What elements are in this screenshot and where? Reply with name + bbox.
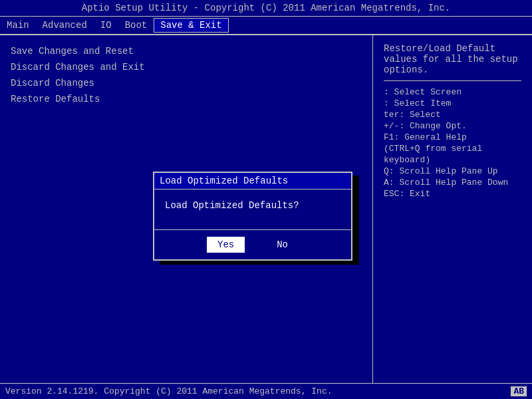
help-line-3: ter: Select xyxy=(384,109,521,120)
help-line-9: A: Scroll Help Pane Down xyxy=(384,177,521,188)
footer: Version 2.14.1219. Copyright (C) 2011 Am… xyxy=(0,383,532,399)
help-line-4: +/-: Change Opt. xyxy=(384,120,521,132)
title-bar: Aptio Setup Utility - Copyright (C) 2011… xyxy=(0,0,532,17)
title-text: Aptio Setup Utility - Copyright (C) 2011… xyxy=(82,3,451,13)
dialog-question: Load Optimized Defaults? xyxy=(165,200,340,211)
menu-discard-changes[interactable]: Discard Changes xyxy=(11,75,362,91)
dialog-buttons: Yes No xyxy=(154,229,351,259)
footer-badge: AB xyxy=(511,386,527,396)
help-line-10: ESC: Exit xyxy=(384,188,521,200)
dialog-body: Load Optimized Defaults? xyxy=(154,190,351,229)
dialog-wrapper: Load Optimized Defaults Load Optimized D… xyxy=(166,165,366,254)
help-line-5: F1: General Help xyxy=(384,132,521,143)
nav-save-exit[interactable]: Save & Exit xyxy=(154,18,228,33)
yes-button[interactable]: Yes xyxy=(207,237,245,253)
right-panel: Restore/Load Default values for all the … xyxy=(372,35,532,383)
help-line-8: Q: Scroll Help Pane Up xyxy=(384,166,521,177)
description-text: Restore/Load Default values for all the … xyxy=(384,43,521,75)
menu-restore-defaults[interactable]: Restore Defaults xyxy=(11,91,362,107)
menu-save-changes-reset[interactable]: Save Changes and Reset xyxy=(11,43,362,59)
nav-main[interactable]: Main xyxy=(0,18,36,33)
help-line-2: : Select Item xyxy=(384,98,521,109)
main-content: Save Changes and Reset Discard Changes a… xyxy=(0,35,532,383)
app: Aptio Setup Utility - Copyright (C) 2011… xyxy=(0,0,532,399)
help-line-6: (CTRL+Q from serial xyxy=(384,143,521,154)
footer-text: Version 2.14.1219. Copyright (C) 2011 Am… xyxy=(5,386,332,396)
no-button[interactable]: No xyxy=(266,237,299,253)
menu-discard-exit[interactable]: Discard Changes and Exit xyxy=(11,59,362,75)
nav-bar: Main Advanced IO Boot Save & Exit xyxy=(0,17,532,35)
help-line-1: : Select Screen xyxy=(384,86,521,98)
nav-advanced[interactable]: Advanced xyxy=(36,18,94,33)
help-section: : Select Screen : Select Item ter: Selec… xyxy=(384,80,521,200)
nav-io[interactable]: IO xyxy=(94,18,118,33)
dialog-title: Load Optimized Defaults xyxy=(154,173,351,190)
help-line-7: keyboard) xyxy=(384,154,521,166)
dialog: Load Optimized Defaults Load Optimized D… xyxy=(153,172,352,261)
nav-boot[interactable]: Boot xyxy=(118,18,154,33)
